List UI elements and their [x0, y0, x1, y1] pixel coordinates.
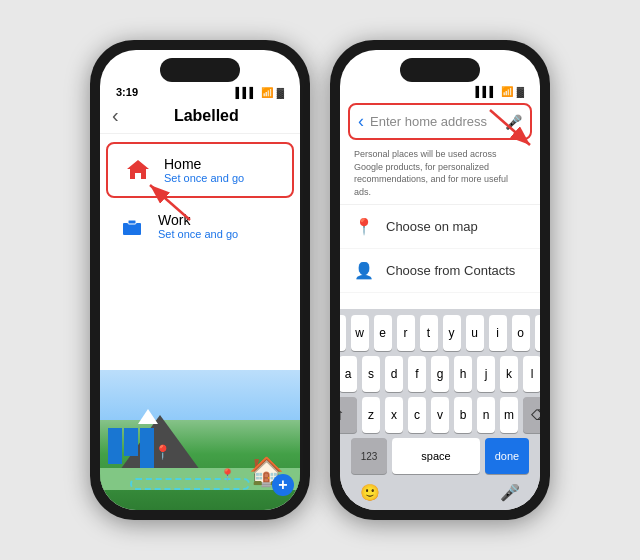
phone1-work-item[interactable]: Work Set once and go: [100, 200, 300, 252]
key-o[interactable]: o: [512, 315, 530, 351]
key-space[interactable]: space: [392, 438, 480, 474]
dynamic-island-1: [160, 58, 240, 82]
phone1-home-sub: Set once and go: [164, 172, 244, 184]
key-t[interactable]: t: [420, 315, 438, 351]
phone1-work-sub: Set once and go: [158, 228, 238, 240]
phone2-status-bar: ▌▌▌ 📶 ▓: [340, 82, 540, 99]
key-backspace[interactable]: ⌫: [523, 397, 540, 433]
svg-rect-0: [135, 173, 141, 179]
key-e[interactable]: e: [374, 315, 392, 351]
phone1-status-icons: ▌▌▌ 📶 ▓: [235, 87, 284, 98]
phone1-screen: 3:19 ▌▌▌ 📶 ▓ ‹ Labelled: [100, 50, 300, 510]
key-g[interactable]: g: [431, 356, 449, 392]
keyboard-accessory-bar: 🙂 🎤: [344, 479, 536, 502]
keyboard-row2: a s d f g h j k l: [344, 356, 536, 392]
phone1-home-text: Home Set once and go: [164, 156, 244, 184]
phone2-choose-on-map[interactable]: 📍 Choose on map: [340, 205, 540, 249]
map-pin-2: 📍: [220, 468, 235, 482]
map-pin-option-icon: 📍: [354, 217, 374, 236]
phone1-back-button[interactable]: ‹: [112, 104, 119, 127]
key-j[interactable]: j: [477, 356, 495, 392]
phone1-home-name: Home: [164, 156, 244, 172]
phone2-options-list: 📍 Choose on map 👤 Choose from Contacts: [340, 204, 540, 309]
phone2-shell: ▌▌▌ 📶 ▓ ‹ Enter home address 🎤 Personal …: [330, 40, 550, 520]
wifi-icon: 📶: [261, 87, 273, 98]
key-c[interactable]: c: [408, 397, 426, 433]
map-snow: [138, 409, 158, 424]
keyboard-row3: ⇧ z x c v b n m ⌫: [344, 397, 536, 433]
phone1-shell: 3:19 ▌▌▌ 📶 ▓ ‹ Labelled: [90, 40, 310, 520]
phone2-wifi-icon: 📶: [501, 86, 513, 97]
phone2-wrapper: ▌▌▌ 📶 ▓ ‹ Enter home address 🎤 Personal …: [330, 40, 550, 520]
key-r[interactable]: r: [397, 315, 415, 351]
key-u[interactable]: u: [466, 315, 484, 351]
map-sky: [100, 370, 300, 420]
phone1-status-bar: 3:19 ▌▌▌ 📶 ▓: [100, 82, 300, 100]
phone2-back-button[interactable]: ‹: [358, 111, 364, 132]
dynamic-island-2: [400, 58, 480, 82]
map-pin-1: 📍: [154, 444, 171, 460]
key-k[interactable]: k: [500, 356, 518, 392]
phone1-work-icon: [116, 210, 148, 242]
phone2-search-bar[interactable]: ‹ Enter home address 🎤: [348, 103, 532, 140]
key-f[interactable]: f: [408, 356, 426, 392]
key-shift[interactable]: ⇧: [340, 397, 357, 433]
phone2-screen: ▌▌▌ 📶 ▓ ‹ Enter home address 🎤 Personal …: [340, 50, 540, 510]
phone1-map: 📍 📍 🏠 +: [100, 370, 300, 510]
phone1-work-name: Work: [158, 212, 238, 228]
key-numbers[interactable]: 123: [351, 438, 387, 474]
battery-icon: ▓: [277, 87, 284, 98]
phone1-wrapper: 3:19 ▌▌▌ 📶 ▓ ‹ Labelled: [90, 40, 310, 520]
phone1-work-text: Work Set once and go: [158, 212, 238, 240]
map-buildings: [108, 428, 154, 472]
phone1-page-title: Labelled: [125, 107, 288, 125]
building-3: [140, 428, 154, 472]
keyboard-row1: q w e r t y u i o p: [344, 315, 536, 351]
key-h[interactable]: h: [454, 356, 472, 392]
phone2-keyboard: q w e r t y u i o p a s d: [340, 309, 540, 510]
phone2-battery-icon: ▓: [517, 86, 524, 97]
phone2-status-icons: ▌▌▌ 📶 ▓: [475, 86, 524, 97]
svg-rect-2: [128, 220, 136, 224]
phone1-home-icon: [122, 154, 154, 186]
signal-icon: ▌▌▌: [235, 87, 256, 98]
key-x[interactable]: x: [385, 397, 403, 433]
key-i[interactable]: i: [489, 315, 507, 351]
choose-on-map-label: Choose on map: [386, 219, 478, 234]
phone1-time: 3:19: [116, 86, 138, 98]
keyboard-dictation-icon[interactable]: 🎤: [500, 483, 520, 502]
building-1: [108, 428, 122, 464]
svg-rect-1: [123, 223, 141, 235]
phone2-mic-icon[interactable]: 🎤: [505, 114, 522, 130]
choose-from-contacts-label: Choose from Contacts: [386, 263, 515, 278]
contacts-option-icon: 👤: [354, 261, 374, 280]
building-2: [124, 428, 138, 456]
map-plus-button[interactable]: +: [272, 474, 294, 496]
phone2-choose-from-contacts[interactable]: 👤 Choose from Contacts: [340, 249, 540, 293]
key-b[interactable]: b: [454, 397, 472, 433]
key-done[interactable]: done: [485, 438, 529, 474]
key-l[interactable]: l: [523, 356, 540, 392]
key-w[interactable]: w: [351, 315, 369, 351]
phone1-home-item[interactable]: Home Set once and go: [106, 142, 294, 198]
emoji-icon[interactable]: 🙂: [360, 483, 380, 502]
key-v[interactable]: v: [431, 397, 449, 433]
key-d[interactable]: d: [385, 356, 403, 392]
phone1-header: ‹ Labelled: [100, 100, 300, 134]
key-z[interactable]: z: [362, 397, 380, 433]
key-m[interactable]: m: [500, 397, 518, 433]
phone2-info-text: Personal places will be used across Goog…: [340, 144, 540, 204]
key-y[interactable]: y: [443, 315, 461, 351]
phones-container: 3:19 ▌▌▌ 📶 ▓ ‹ Labelled: [90, 40, 550, 520]
key-s[interactable]: s: [362, 356, 380, 392]
phone2-search-input[interactable]: Enter home address: [370, 114, 499, 129]
phone1-list: Home Set once and go Wo: [100, 134, 300, 370]
key-n[interactable]: n: [477, 397, 495, 433]
key-q[interactable]: q: [340, 315, 346, 351]
key-a[interactable]: a: [340, 356, 357, 392]
phone2-signal-icon: ▌▌▌: [475, 86, 496, 97]
keyboard-bottom-row: 123 space done: [344, 438, 536, 474]
key-p[interactable]: p: [535, 315, 541, 351]
